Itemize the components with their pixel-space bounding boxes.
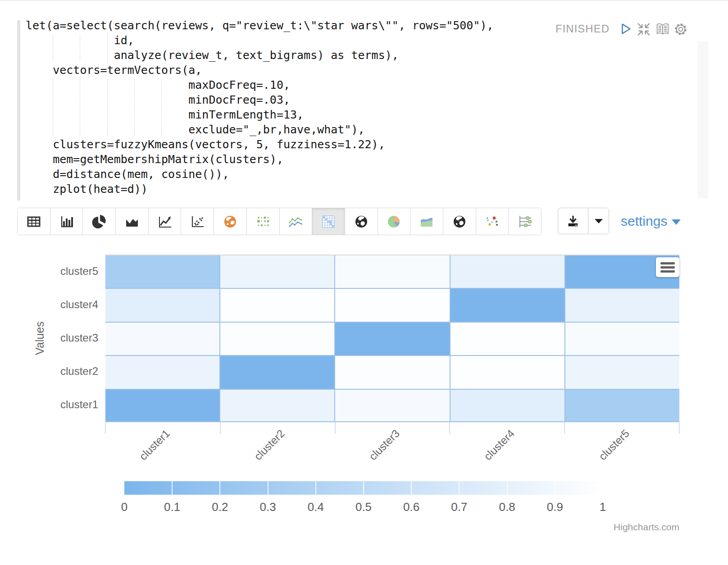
chart-type-table-button[interactable] <box>18 208 50 235</box>
chart-type-globe2-button[interactable] <box>443 208 476 235</box>
highcharts-credits[interactable]: Highcharts.com <box>614 522 679 533</box>
chart-type-scatter-colored-button[interactable] <box>476 208 509 235</box>
code-line: maxDocFreq=.10, <box>26 77 494 92</box>
x-axis-tick <box>564 422 565 434</box>
heatmap-cell-cluster4-cluster1[interactable] <box>450 390 564 422</box>
download-button[interactable] <box>558 208 588 234</box>
chart-type-multi-line-button[interactable] <box>280 208 313 235</box>
y-axis-label-cluster3: cluster3 <box>4 332 98 344</box>
heatmap-cell-cluster3-cluster5[interactable] <box>335 255 449 288</box>
chart-type-area-colored-button[interactable] <box>410 208 443 235</box>
heatmap-plot-area <box>105 255 679 422</box>
legend-tick-separator <box>315 481 316 495</box>
heatmap-cell-cluster4-cluster4[interactable] <box>450 289 564 321</box>
x-axis-tick <box>335 422 336 434</box>
x-axis-tick <box>220 422 221 434</box>
code-line: d=distance(mem, cosine()), <box>26 167 494 182</box>
code-line: mem=getMembershipMatrix(clusters), <box>26 152 494 167</box>
heatmap-cell-cluster1-cluster3[interactable] <box>105 323 219 355</box>
run-icon[interactable] <box>618 22 633 37</box>
heatmap-cell-cluster5-cluster2[interactable] <box>565 356 679 388</box>
gear-icon[interactable] <box>673 22 688 37</box>
y-axis-label-cluster2: cluster2 <box>4 365 98 378</box>
indent-guide-line <box>107 79 108 136</box>
chart-type-bar-button[interactable] <box>50 208 83 235</box>
chart-type-pie-colored-button[interactable] <box>378 208 411 235</box>
settings-toggle[interactable]: settings <box>621 214 681 229</box>
chart-type-heatmap-button[interactable] <box>312 208 345 235</box>
heatmap-cell-cluster2-cluster4[interactable] <box>220 289 334 321</box>
download-options-button[interactable] <box>588 208 609 234</box>
y-axis-label-cluster5: cluster5 <box>4 265 98 278</box>
chart-type-line-button[interactable] <box>149 208 182 235</box>
heatmap-cell-cluster3-cluster2[interactable] <box>335 356 449 388</box>
chart-type-pie-button[interactable] <box>83 208 116 235</box>
indent-guide-line <box>80 35 80 62</box>
heatmap-cell-cluster5-cluster3[interactable] <box>565 323 679 355</box>
bubble-grid-icon <box>255 214 271 230</box>
code-editor[interactable]: let(a=select(search(reviews, q="review_t… <box>26 18 494 196</box>
legend-tick-label: 0.7 <box>441 500 477 514</box>
legend-tick-separator <box>459 481 460 495</box>
chart-type-bubble-grid-button[interactable] <box>247 208 280 235</box>
x-axis-tick <box>679 422 680 434</box>
paragraph-status: FINISHED <box>555 23 610 35</box>
editor-scrollbar[interactable] <box>697 41 708 198</box>
legend-tick-separator <box>219 481 220 495</box>
legend-tick-separator <box>363 481 364 495</box>
page-top-border <box>0 0 728 1</box>
legend-tick-label: 0 <box>106 500 142 514</box>
code-line: exclude="_,br,have,what"), <box>26 122 494 137</box>
chart-type-map-button[interactable] <box>214 208 247 235</box>
legend-tick-label: 0.2 <box>202 500 238 514</box>
heatmap-cell-cluster3-cluster3[interactable] <box>335 323 449 355</box>
color-axis-legend <box>124 481 603 495</box>
code-line: minTermLength=13, <box>26 107 494 122</box>
caret-down-icon <box>672 219 681 225</box>
chart-type-toolbar <box>17 208 541 235</box>
code-line: clusters=fuzzyKmeans(vectors, 5, fuzzine… <box>26 137 494 152</box>
download-split-button <box>558 208 609 234</box>
y-axis-title: Values <box>33 293 46 383</box>
heatmap-cell-cluster2-cluster5[interactable] <box>220 255 334 288</box>
heatmap-cell-cluster2-cluster3[interactable] <box>220 323 334 355</box>
legend-tick-separator <box>172 481 173 495</box>
heatmap-cell-cluster2-cluster2[interactable] <box>220 356 334 388</box>
heatmap-cell-cluster2-cluster1[interactable] <box>220 390 334 422</box>
x-axis-tick <box>449 422 450 434</box>
chart-type-area-button[interactable] <box>116 208 149 235</box>
code-line: analyze(review_t, text_bigrams) as terms… <box>26 48 494 63</box>
legend-tick-label: 0.5 <box>346 500 382 514</box>
legend-tick-separator <box>411 481 412 495</box>
indent-guide-line <box>107 35 108 62</box>
heatmap-cell-cluster5-cluster4[interactable] <box>565 289 679 321</box>
heatmap-cell-cluster4-cluster3[interactable] <box>450 323 564 355</box>
chart-type-scatter-button[interactable] <box>181 208 214 235</box>
legend-tick-label: 0.4 <box>298 500 334 514</box>
legend-tick-label: 0.1 <box>154 500 190 514</box>
settings-label: settings <box>621 214 667 229</box>
heatmap-cell-cluster3-cluster4[interactable] <box>335 289 449 321</box>
code-line: let(a=select(search(reviews, q="review_t… <box>26 18 494 33</box>
globe-dark2-icon <box>451 214 468 230</box>
scatter-plot-icon <box>189 214 205 230</box>
heatmap-cell-cluster5-cluster1[interactable] <box>565 390 679 422</box>
heatmap-cell-cluster1-cluster5[interactable] <box>105 255 219 288</box>
indent-guide-line <box>53 79 53 136</box>
area-colored-icon <box>419 214 435 230</box>
heatmap-cell-cluster4-cluster5[interactable] <box>450 255 564 288</box>
indent-guide-line <box>53 35 53 62</box>
heatmap-cell-cluster3-cluster1[interactable] <box>335 390 449 422</box>
scatter-colored-icon <box>484 214 500 230</box>
book-icon[interactable] <box>655 22 670 37</box>
heatmap-cell-cluster1-cluster4[interactable] <box>105 289 219 321</box>
chart-type-globe-button[interactable] <box>345 208 378 235</box>
area-chart-icon <box>124 214 140 230</box>
heatmap-cell-cluster1-cluster2[interactable] <box>105 356 219 388</box>
heatmap-cell-cluster1-cluster1[interactable] <box>105 390 219 422</box>
chart-context-menu-button[interactable] <box>656 257 679 277</box>
chart-type-parallel-button[interactable] <box>509 208 541 235</box>
heatmap-cell-cluster4-cluster2[interactable] <box>450 356 564 388</box>
legend-tick-separator <box>555 481 555 495</box>
collapse-icon[interactable] <box>636 22 651 37</box>
